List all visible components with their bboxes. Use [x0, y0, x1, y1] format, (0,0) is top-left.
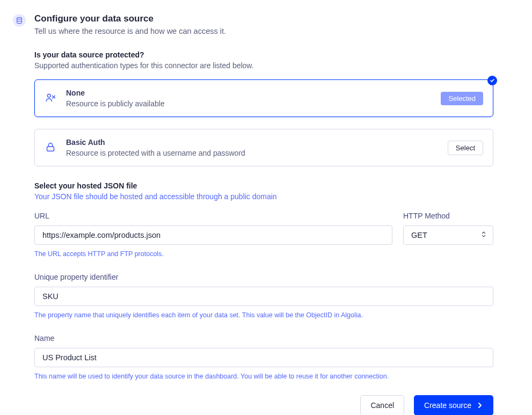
- auth-section-subtitle: Supported authentication types for this …: [34, 61, 493, 70]
- auth-section-title: Is your data source protected?: [34, 50, 493, 59]
- url-label: URL: [34, 212, 392, 220]
- method-label: HTTP Method: [403, 212, 493, 220]
- auth-option-desc: Resource is protected with a username an…: [66, 149, 438, 157]
- svg-point-0: [17, 17, 22, 19]
- name-input[interactable]: [34, 348, 493, 367]
- select-button[interactable]: Select: [448, 141, 483, 155]
- chevron-right-icon: [477, 402, 483, 409]
- identifier-input[interactable]: [34, 287, 493, 306]
- identifier-hint: The property name that uniquely identifi…: [34, 311, 493, 319]
- auth-option-none[interactable]: None Resource is publicly available Sele…: [34, 79, 493, 117]
- page-title: Configure your data source: [34, 13, 493, 25]
- json-section-title: Select your hosted JSON file: [34, 181, 493, 190]
- auth-option-title: None: [66, 89, 431, 97]
- user-none-icon: [45, 92, 56, 105]
- svg-point-1: [47, 94, 50, 97]
- page-subtitle: Tell us where the resource is and how we…: [34, 27, 493, 35]
- create-source-label: Create source: [424, 401, 471, 410]
- database-icon: [13, 14, 26, 27]
- check-icon: [487, 76, 497, 85]
- lock-icon: [45, 141, 56, 155]
- method-select[interactable]: [403, 225, 493, 245]
- auth-option-title: Basic Auth: [66, 138, 438, 147]
- name-label: Name: [34, 334, 493, 343]
- json-section-subtitle: Your JSON file should be hosted and acce…: [34, 192, 493, 201]
- identifier-label: Unique property identifier: [34, 273, 493, 281]
- url-hint: The URL accepts HTTP and FTP protocols.: [34, 250, 392, 258]
- create-source-button[interactable]: Create source: [414, 395, 493, 415]
- url-input[interactable]: [34, 225, 392, 245]
- auth-option-desc: Resource is publicly available: [66, 99, 431, 108]
- name-hint: This name will be used to identify your …: [34, 373, 493, 380]
- cancel-button[interactable]: Cancel: [360, 395, 404, 415]
- svg-rect-2: [47, 147, 54, 151]
- selected-badge: Selected: [441, 92, 483, 105]
- auth-option-basic[interactable]: Basic Auth Resource is protected with a …: [34, 129, 493, 166]
